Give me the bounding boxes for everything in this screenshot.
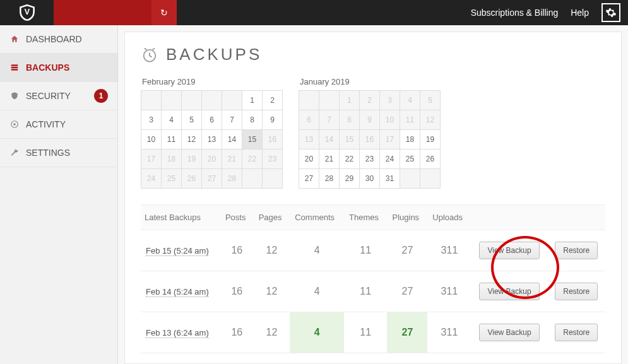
calendar-day[interactable]: 15 [242, 130, 263, 150]
calendar-day[interactable]: 3 [380, 91, 400, 110]
backup-date[interactable]: Feb 13 (6:24 am) [141, 312, 220, 353]
sidebar-item-settings[interactable]: SETTINGS [0, 139, 117, 167]
sidebar-item-activity[interactable]: ACTIVITY [0, 110, 117, 139]
calendar-day[interactable]: 3 [141, 110, 162, 130]
calendar-day[interactable]: 12 [182, 130, 202, 150]
page-title: BACKUPS [166, 45, 262, 64]
calendar-day[interactable]: 23 [263, 150, 283, 169]
calendar-day[interactable]: 8 [242, 110, 263, 130]
calendar-day[interactable]: 4 [400, 91, 420, 110]
sidebar: DASHBOARD BACKUPS SECURITY 1 ACTIVITY SE… [0, 25, 118, 364]
table-row: Feb 14 (5:24 am)161241127311View BackupR… [141, 271, 605, 312]
calendar-day[interactable]: 9 [263, 110, 283, 130]
calendar-day[interactable]: 1 [340, 91, 360, 110]
calendar-day[interactable]: 18 [400, 130, 420, 150]
calendar-day[interactable]: 17 [141, 150, 162, 169]
calendar-day[interactable]: 20 [202, 150, 222, 169]
cell-pages: 12 [254, 312, 290, 353]
calendar-day[interactable]: 2 [263, 91, 283, 110]
calendar-day[interactable]: 6 [299, 110, 319, 130]
calendar-day[interactable]: 22 [242, 150, 263, 169]
calendar-day[interactable]: 5 [182, 110, 202, 130]
calendar-day[interactable]: 2 [360, 91, 380, 110]
sidebar-item-dashboard[interactable]: DASHBOARD [0, 25, 117, 54]
calendar-day[interactable]: 18 [162, 150, 182, 169]
calendar-day[interactable]: 26 [182, 169, 202, 189]
calendar-day[interactable]: 21 [222, 150, 242, 169]
calendar-day[interactable]: 27 [299, 169, 319, 189]
calendar-day [222, 91, 242, 110]
sidebar-item-backups[interactable]: BACKUPS [0, 54, 117, 82]
svg-rect-2 [11, 67, 18, 68]
cell-pages: 12 [254, 271, 290, 312]
gear-icon [605, 7, 617, 18]
calendar-day[interactable]: 20 [299, 150, 319, 169]
calendar-day[interactable]: 11 [400, 110, 420, 130]
calendar-day[interactable]: 7 [222, 110, 242, 130]
calendar-day[interactable]: 26 [420, 150, 441, 169]
cell-plugins: 27 [387, 312, 427, 353]
calendar-day[interactable]: 23 [360, 150, 380, 169]
calendar-day[interactable]: 27 [202, 169, 222, 189]
calendar-day[interactable]: 4 [162, 110, 182, 130]
calendar-day[interactable]: 16 [360, 130, 380, 150]
calendar-day[interactable]: 29 [340, 169, 360, 189]
view-backup-button[interactable]: View Backup [479, 283, 539, 300]
calendar-day[interactable]: 12 [420, 110, 441, 130]
home-icon [9, 34, 20, 44]
calendar-day[interactable]: 9 [360, 110, 380, 130]
calendar-day[interactable]: 7 [319, 110, 340, 130]
calendar-day[interactable]: 24 [141, 169, 162, 189]
calendar-day[interactable]: 13 [299, 130, 319, 150]
logo[interactable]: V [0, 0, 54, 25]
help-link[interactable]: Help [571, 8, 589, 18]
calendar-day[interactable]: 1 [242, 91, 263, 110]
calendar-day [299, 91, 319, 110]
backup-date[interactable]: Feb 14 (5:24 am) [141, 271, 220, 312]
calendar-day[interactable]: 30 [360, 169, 380, 189]
calendar-day[interactable]: 28 [319, 169, 340, 189]
refresh-button[interactable]: ↻ [151, 0, 177, 25]
calendar-day[interactable]: 28 [222, 169, 242, 189]
calendar-grid[interactable]: 1234567891011121314151617181920212223242… [141, 90, 283, 189]
calendar-day[interactable]: 19 [420, 130, 441, 150]
calendar-grid[interactable]: 1234567891011121314151617181920212223242… [299, 90, 441, 189]
calendar-day[interactable]: 17 [380, 130, 400, 150]
restore-button[interactable]: Restore [555, 242, 598, 259]
calendar-day[interactable]: 25 [400, 150, 420, 169]
calendar-day[interactable]: 11 [162, 130, 182, 150]
settings-gear-button[interactable] [601, 3, 620, 22]
sidebar-item-security[interactable]: SECURITY 1 [0, 82, 117, 110]
calendar-day[interactable]: 24 [380, 150, 400, 169]
shield-icon [9, 91, 20, 101]
calendar-day[interactable]: 14 [319, 130, 340, 150]
calendar-day[interactable]: 31 [380, 169, 400, 189]
restore-button[interactable]: Restore [555, 283, 598, 300]
cell-comments: 4 [290, 271, 344, 312]
calendar-day[interactable]: 16 [263, 130, 283, 150]
view-backup-button[interactable]: View Backup [479, 324, 539, 341]
col-latest: Latest Backups [141, 205, 220, 230]
view-backup-button[interactable]: View Backup [479, 242, 539, 259]
calendar-day[interactable]: 15 [340, 130, 360, 150]
backup-date[interactable]: Feb 15 (5:24 am) [141, 230, 220, 271]
calendar-day[interactable]: 8 [340, 110, 360, 130]
calendar-day[interactable]: 13 [202, 130, 222, 150]
calendar-day[interactable]: 6 [202, 110, 222, 130]
sidebar-item-label: SECURITY [26, 91, 71, 101]
backups-icon [9, 62, 20, 73]
restore-button[interactable]: Restore [555, 324, 598, 341]
sidebar-item-label: DASHBOARD [26, 34, 82, 44]
calendar-day[interactable]: 19 [182, 150, 202, 169]
calendar-day[interactable]: 21 [319, 150, 340, 169]
badge: 1 [94, 89, 108, 103]
calendar-day[interactable]: 5 [420, 91, 441, 110]
calendar-day[interactable]: 25 [162, 169, 182, 189]
calendar-day[interactable]: 14 [222, 130, 242, 150]
calendar-day[interactable]: 10 [141, 130, 162, 150]
subscriptions-link[interactable]: Subscriptions & Billing [471, 8, 559, 18]
calendar-day[interactable]: 10 [380, 110, 400, 130]
calendar-day[interactable]: 22 [340, 150, 360, 169]
top-header: V ↻ Subscriptions & Billing Help [0, 0, 628, 25]
sidebar-item-label: BACKUPS [26, 62, 69, 73]
